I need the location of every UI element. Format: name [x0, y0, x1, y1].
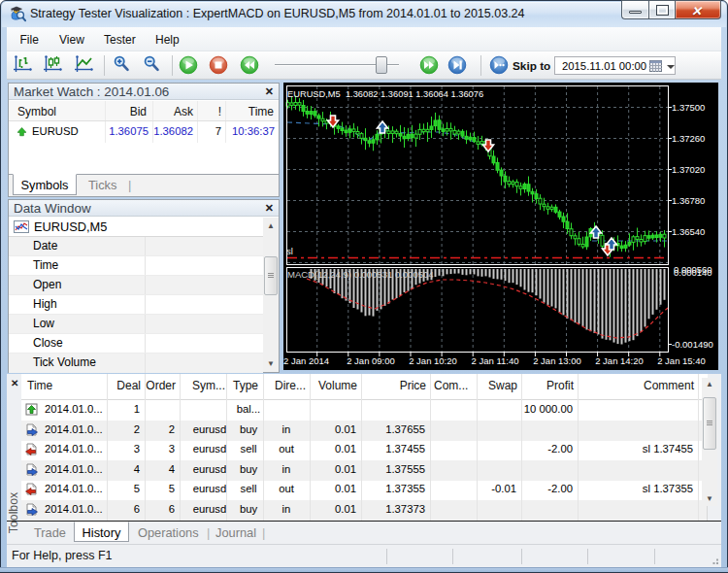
svg-text:2 Jan 2014: 2 Jan 2014 [283, 355, 329, 366]
svg-text:EURUSD,M5 1.36082 1.36091 1.3: EURUSD,M5 1.36082 1.36091 1.36064 1.3607… [287, 89, 483, 99]
svg-text:1.37020: 1.37020 [672, 164, 705, 175]
svg-text:2 Jan 15:40: 2 Jan 15:40 [657, 355, 706, 366]
svg-text:-0.001490: -0.001490 [672, 339, 713, 350]
svg-text:1.36780: 1.36780 [672, 195, 705, 206]
svg-text:2 Jan 14:20: 2 Jan 14:20 [595, 355, 644, 366]
svg-text:MACD(12,24,9) 0.000531 0.00050: MACD(12,24,9) 0.000531 0.000504 [287, 269, 434, 280]
svg-text:2 Jan 11:40: 2 Jan 11:40 [472, 355, 519, 366]
svg-text:sl: sl [286, 246, 293, 256]
svg-text:1.36540: 1.36540 [672, 226, 705, 237]
svg-text:1.37500: 1.37500 [672, 102, 705, 113]
svg-text:2 Jan 09:00: 2 Jan 09:00 [347, 355, 395, 366]
svg-text:2 Jan 13:00: 2 Jan 13:00 [533, 355, 581, 366]
svg-text:2 Jan 10:20: 2 Jan 10:20 [409, 355, 457, 366]
svg-text:0.000140: 0.000140 [674, 267, 712, 278]
svg-text:1.37260: 1.37260 [672, 133, 705, 144]
